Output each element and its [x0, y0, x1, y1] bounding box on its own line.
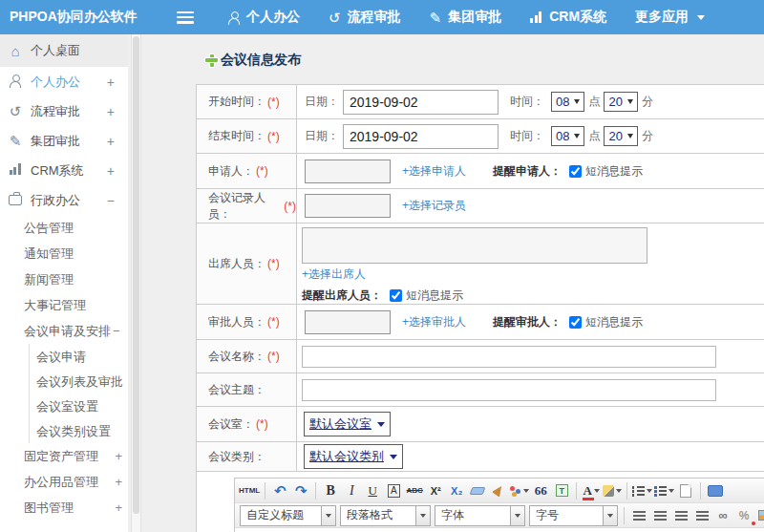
eraser-icon[interactable]: [468, 481, 487, 500]
highlight-color-button[interactable]: [603, 481, 622, 500]
expand-plus-icon[interactable]: +: [107, 74, 115, 90]
recorder-input[interactable]: [305, 194, 391, 218]
new-page-icon[interactable]: [676, 481, 695, 500]
sidebar-item-crm[interactable]: CRM系统 +: [0, 156, 128, 185]
dropdown-label: 字号: [529, 505, 604, 526]
italic-button[interactable]: I: [342, 481, 361, 500]
bold-button[interactable]: B: [321, 481, 340, 500]
chevron-down-icon[interactable]: [322, 505, 336, 526]
topmenu-workflow-approval[interactable]: ↺ 流程审批: [329, 9, 401, 26]
paste-table-icon[interactable]: T: [552, 481, 571, 500]
align-right-icon[interactable]: [671, 506, 690, 525]
sidebar-item-desktop[interactable]: ⌂ 个人桌面: [0, 34, 128, 67]
topmenu-more-apps[interactable]: 更多应用: [635, 9, 705, 26]
align-justify-icon[interactable]: [692, 506, 711, 525]
scrollbar-thumb[interactable]: [133, 36, 139, 514]
rich-text-editor: HTML ↶ ↷ B I U A ABC X² X₂: [234, 478, 764, 532]
chevron-down-icon[interactable]: [604, 505, 618, 526]
sms-hint-label: 短消息提示: [585, 314, 643, 330]
strikethrough-button[interactable]: ABC: [405, 481, 424, 500]
html-source-button[interactable]: HTML: [239, 481, 260, 500]
topmenu-personal-office[interactable]: 个人办公: [228, 9, 300, 26]
sidebar-item-admin-office[interactable]: 行政办公 −: [0, 185, 128, 215]
sidebar-item-personal-office[interactable]: 个人办公 +: [0, 67, 128, 96]
collapse-minus-icon[interactable]: −: [107, 193, 115, 208]
topmenu-group-approval[interactable]: ✎ 集团审批: [430, 9, 502, 26]
choose-applicant-link[interactable]: +选择申请人: [402, 163, 466, 180]
end-date-input[interactable]: [343, 124, 499, 149]
end-minute-select[interactable]: 20: [604, 126, 637, 146]
align-center-icon[interactable]: [650, 506, 669, 525]
expand-plus-icon[interactable]: +: [107, 104, 115, 119]
expand-plus-icon[interactable]: +: [107, 163, 115, 179]
start-hour-select[interactable]: 08: [551, 92, 584, 112]
collapse-minus-icon[interactable]: −: [113, 324, 120, 338]
meeting-category-select[interactable]: 默认会议类别: [304, 444, 403, 469]
required-mark: (*): [267, 96, 280, 109]
expand-plus-icon[interactable]: +: [115, 475, 122, 489]
undo-icon[interactable]: ↶: [270, 481, 289, 500]
sidebar-item-office-supplies-mgmt[interactable]: 办公用品管理 +: [24, 469, 128, 495]
ordered-list-button[interactable]: [632, 481, 652, 500]
subscript-button[interactable]: X₂: [447, 481, 466, 500]
blockquote-button[interactable]: 66: [531, 481, 550, 500]
editor-content-area[interactable]: [235, 528, 764, 532]
topmenu-label: 集团审批: [448, 9, 501, 26]
expand-plus-icon[interactable]: +: [107, 134, 115, 149]
font-color-button[interactable]: A: [582, 481, 601, 500]
unordered-list-button[interactable]: [654, 481, 674, 500]
font-size-dropdown[interactable]: 字号: [529, 505, 618, 526]
sidebar-item-meeting-list-approval[interactable]: 会议列表及审批: [36, 369, 128, 394]
redo-icon[interactable]: ↷: [291, 481, 310, 500]
image-icon[interactable]: [755, 506, 764, 525]
choose-attendees-link[interactable]: +选择出席人: [302, 266, 366, 283]
custom-title-dropdown[interactable]: 自定义标题: [240, 505, 336, 526]
sidebar-item-events-mgmt[interactable]: 大事记管理: [24, 292, 128, 318]
attendees-sms-checkbox[interactable]: [390, 289, 402, 302]
fullscreen-icon[interactable]: [706, 481, 725, 500]
paragraph-format-dropdown[interactable]: 段落格式: [340, 505, 431, 526]
dropdown-label: 字体: [435, 505, 511, 526]
sidebar-item-book-mgmt[interactable]: 图书管理 +: [24, 495, 128, 521]
chevron-down-icon[interactable]: [511, 505, 525, 526]
applicant-sms-checkbox[interactable]: [569, 165, 582, 178]
sidebar-item-workflow-approval[interactable]: ↺ 流程审批 +: [0, 96, 128, 126]
applicant-input[interactable]: [305, 160, 391, 183]
sidebar-item-meeting-apply-arrange[interactable]: 会议申请及安排 −: [24, 318, 128, 344]
meeting-subject-input[interactable]: [302, 379, 716, 401]
approver-sms-checkbox[interactable]: [569, 316, 582, 329]
format-brush-icon[interactable]: [489, 481, 508, 500]
sidebar-item-meeting-apply[interactable]: 会议申请: [36, 344, 128, 369]
sidebar-item-meeting-room-setting[interactable]: 会议室设置: [36, 394, 128, 418]
underline-button[interactable]: U: [363, 481, 382, 500]
expand-plus-icon[interactable]: +: [115, 500, 122, 515]
anchor-icon[interactable]: %: [734, 506, 753, 525]
paint-color-icon[interactable]: [510, 481, 529, 500]
align-left-icon[interactable]: [629, 506, 648, 525]
font-family-dropdown[interactable]: 字体: [435, 505, 525, 526]
meeting-name-input[interactable]: [302, 346, 716, 368]
meeting-room-select[interactable]: 默认会议室: [304, 412, 391, 436]
end-hour-select[interactable]: 08: [551, 126, 584, 146]
border-text-button[interactable]: A: [388, 484, 400, 498]
choose-approver-link[interactable]: +选择审批人: [402, 314, 466, 330]
sidebar-item-announcement-mgmt[interactable]: 公告管理: [24, 215, 128, 241]
sidebar-item-meeting-category-setting[interactable]: 会议类别设置: [36, 418, 128, 443]
menu-toggle-icon[interactable]: [177, 11, 194, 24]
start-minute-select[interactable]: 20: [604, 92, 637, 112]
sidebar-item-news-mgmt[interactable]: 新闻管理: [24, 266, 128, 292]
choose-recorder-link[interactable]: +选择记录员: [402, 198, 466, 214]
link-icon[interactable]: ∞: [713, 506, 732, 525]
sidebar-scrollbar[interactable]: [131, 34, 141, 532]
sidebar-item-fixed-assets-mgmt[interactable]: 固定资产管理 +: [24, 443, 128, 469]
superscript-button[interactable]: X²: [426, 481, 445, 500]
attendees-textarea[interactable]: [302, 227, 647, 264]
start-date-input[interactable]: [343, 90, 499, 115]
approver-input[interactable]: [305, 310, 391, 334]
expand-plus-icon[interactable]: +: [115, 449, 122, 463]
sidebar-item-notice-mgmt[interactable]: 通知管理: [24, 241, 128, 266]
chevron-down-icon: [574, 99, 580, 104]
sidebar-item-group-approval[interactable]: ✎ 集团审批 +: [0, 126, 128, 156]
topmenu-crm[interactable]: CRM系统: [530, 9, 606, 26]
chevron-down-icon[interactable]: [416, 505, 431, 526]
